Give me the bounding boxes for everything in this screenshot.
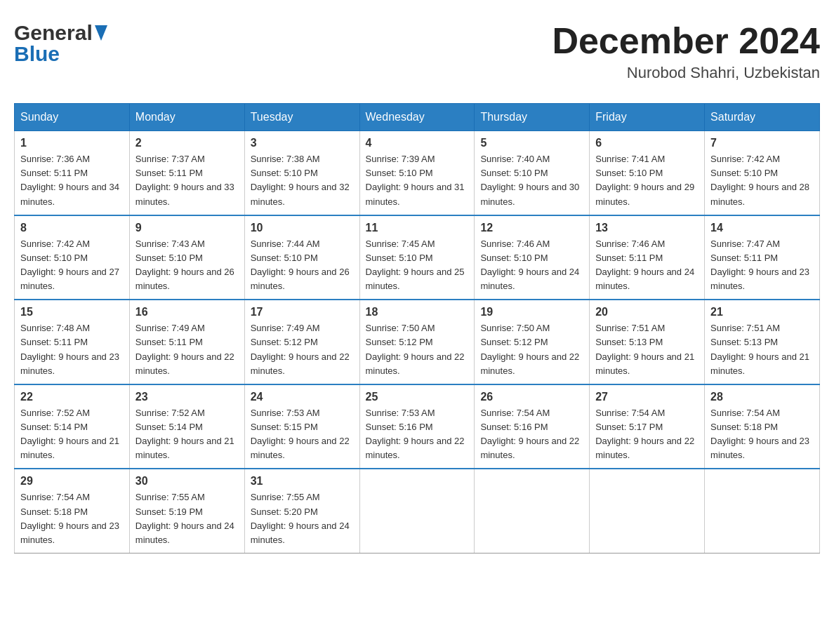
header-tuesday: Tuesday	[244, 104, 359, 131]
sunrise-label: Sunrise: 7:37 AM	[135, 154, 205, 164]
sunset-label: Sunset: 5:15 PM	[251, 422, 318, 432]
daylight-label: Daylight: 9 hours and 28 minutes.	[710, 182, 809, 206]
daylight-label: Daylight: 9 hours and 26 minutes.	[251, 267, 350, 291]
table-row: 29 Sunrise: 7:54 AM Sunset: 5:18 PM Dayl…	[15, 469, 130, 553]
calendar-week-row: 15 Sunrise: 7:48 AM Sunset: 5:11 PM Dayl…	[15, 300, 820, 384]
day-number: 23	[135, 391, 239, 403]
title-section: December 2024 Nurobod Shahri, Uzbekistan	[552, 21, 820, 82]
day-number: 15	[20, 306, 124, 318]
daylight-label: Daylight: 9 hours and 21 minutes.	[135, 436, 234, 460]
table-row	[705, 469, 820, 553]
sunset-label: Sunset: 5:10 PM	[251, 253, 318, 263]
sunrise-label: Sunrise: 7:54 AM	[710, 408, 780, 418]
svg-marker-0	[95, 25, 107, 41]
sunset-label: Sunset: 5:12 PM	[366, 337, 433, 347]
day-number: 20	[595, 306, 699, 318]
daylight-label: Daylight: 9 hours and 26 minutes.	[135, 267, 234, 291]
sunrise-label: Sunrise: 7:39 AM	[366, 154, 435, 164]
sunset-label: Sunset: 5:13 PM	[710, 337, 778, 347]
day-info: Sunrise: 7:45 AM Sunset: 5:10 PM Dayligh…	[366, 237, 469, 294]
sunset-label: Sunset: 5:10 PM	[710, 168, 778, 178]
table-row: 5 Sunrise: 7:40 AM Sunset: 5:10 PM Dayli…	[475, 131, 590, 215]
table-row: 1 Sunrise: 7:36 AM Sunset: 5:11 PM Dayli…	[15, 131, 130, 215]
day-number: 10	[251, 222, 354, 234]
sunrise-label: Sunrise: 7:40 AM	[480, 154, 550, 164]
sunset-label: Sunset: 5:11 PM	[20, 337, 88, 347]
sunrise-label: Sunrise: 7:38 AM	[251, 154, 320, 164]
day-info: Sunrise: 7:43 AM Sunset: 5:10 PM Dayligh…	[135, 237, 239, 294]
header-wednesday: Wednesday	[359, 104, 475, 131]
table-row: 31 Sunrise: 7:55 AM Sunset: 5:20 PM Dayl…	[244, 469, 359, 553]
day-number: 27	[595, 391, 699, 403]
day-info: Sunrise: 7:53 AM Sunset: 5:16 PM Dayligh…	[366, 406, 469, 463]
table-row: 11 Sunrise: 7:45 AM Sunset: 5:10 PM Dayl…	[359, 215, 475, 300]
daylight-label: Daylight: 9 hours and 22 minutes.	[480, 351, 579, 376]
table-row: 30 Sunrise: 7:55 AM Sunset: 5:19 PM Dayl…	[129, 469, 244, 553]
sunrise-label: Sunrise: 7:47 AM	[710, 239, 780, 249]
table-row: 22 Sunrise: 7:52 AM Sunset: 5:14 PM Dayl…	[15, 384, 130, 469]
day-info: Sunrise: 7:42 AM Sunset: 5:10 PM Dayligh…	[710, 152, 814, 209]
day-number: 19	[480, 306, 583, 318]
sunrise-label: Sunrise: 7:46 AM	[480, 239, 550, 249]
daylight-label: Daylight: 9 hours and 30 minutes.	[480, 182, 579, 206]
logo-general-text: General	[14, 21, 93, 45]
sunset-label: Sunset: 5:10 PM	[595, 168, 663, 178]
day-number: 8	[20, 222, 124, 234]
sunset-label: Sunset: 5:11 PM	[135, 168, 203, 178]
sunset-label: Sunset: 5:10 PM	[366, 253, 433, 263]
table-row: 3 Sunrise: 7:38 AM Sunset: 5:10 PM Dayli…	[244, 131, 359, 215]
day-info: Sunrise: 7:54 AM Sunset: 5:16 PM Dayligh…	[480, 406, 583, 463]
day-number: 4	[366, 137, 469, 149]
sunrise-label: Sunrise: 7:53 AM	[251, 408, 320, 418]
daylight-label: Daylight: 9 hours and 24 minutes.	[595, 267, 694, 291]
daylight-label: Daylight: 9 hours and 34 minutes.	[20, 182, 119, 206]
daylight-label: Daylight: 9 hours and 24 minutes.	[251, 521, 350, 545]
daylight-label: Daylight: 9 hours and 22 minutes.	[480, 436, 579, 460]
sunset-label: Sunset: 5:18 PM	[20, 507, 88, 517]
day-info: Sunrise: 7:49 AM Sunset: 5:12 PM Dayligh…	[251, 321, 354, 378]
day-info: Sunrise: 7:48 AM Sunset: 5:11 PM Dayligh…	[20, 321, 124, 378]
sunrise-label: Sunrise: 7:54 AM	[595, 408, 665, 418]
sunrise-label: Sunrise: 7:41 AM	[595, 154, 665, 164]
sunset-label: Sunset: 5:11 PM	[595, 253, 663, 263]
sunrise-label: Sunrise: 7:50 AM	[480, 323, 550, 333]
day-info: Sunrise: 7:49 AM Sunset: 5:11 PM Dayligh…	[135, 321, 239, 378]
daylight-label: Daylight: 9 hours and 22 minutes.	[366, 351, 465, 376]
sunrise-label: Sunrise: 7:46 AM	[595, 239, 665, 249]
day-info: Sunrise: 7:37 AM Sunset: 5:11 PM Dayligh…	[135, 152, 239, 209]
sunrise-label: Sunrise: 7:42 AM	[20, 239, 90, 249]
day-info: Sunrise: 7:52 AM Sunset: 5:14 PM Dayligh…	[20, 406, 124, 463]
day-number: 25	[366, 391, 469, 403]
table-row: 24 Sunrise: 7:53 AM Sunset: 5:15 PM Dayl…	[244, 384, 359, 469]
sunset-label: Sunset: 5:17 PM	[595, 422, 663, 432]
day-info: Sunrise: 7:55 AM Sunset: 5:20 PM Dayligh…	[251, 490, 354, 547]
day-info: Sunrise: 7:44 AM Sunset: 5:10 PM Dayligh…	[251, 237, 354, 294]
table-row: 18 Sunrise: 7:50 AM Sunset: 5:12 PM Dayl…	[359, 300, 475, 384]
table-row: 9 Sunrise: 7:43 AM Sunset: 5:10 PM Dayli…	[129, 215, 244, 300]
sunrise-label: Sunrise: 7:55 AM	[135, 492, 205, 502]
sunrise-label: Sunrise: 7:51 AM	[595, 323, 665, 333]
daylight-label: Daylight: 9 hours and 22 minutes.	[251, 436, 350, 460]
day-info: Sunrise: 7:47 AM Sunset: 5:11 PM Dayligh…	[710, 237, 814, 294]
sunset-label: Sunset: 5:11 PM	[135, 337, 203, 347]
day-number: 28	[710, 391, 814, 403]
weekday-header-row: Sunday Monday Tuesday Wednesday Thursday…	[15, 104, 820, 131]
day-number: 22	[20, 391, 124, 403]
sunrise-label: Sunrise: 7:52 AM	[135, 408, 205, 418]
table-row	[590, 469, 705, 553]
sunset-label: Sunset: 5:13 PM	[595, 337, 663, 347]
table-row	[359, 469, 475, 553]
daylight-label: Daylight: 9 hours and 25 minutes.	[366, 267, 465, 291]
sunrise-label: Sunrise: 7:49 AM	[251, 323, 320, 333]
sunset-label: Sunset: 5:11 PM	[710, 253, 778, 263]
table-row: 16 Sunrise: 7:49 AM Sunset: 5:11 PM Dayl…	[129, 300, 244, 384]
header-thursday: Thursday	[475, 104, 590, 131]
sunrise-label: Sunrise: 7:52 AM	[20, 408, 90, 418]
day-info: Sunrise: 7:46 AM Sunset: 5:11 PM Dayligh…	[595, 237, 699, 294]
header-saturday: Saturday	[705, 104, 820, 131]
day-number: 29	[20, 475, 124, 488]
table-row: 28 Sunrise: 7:54 AM Sunset: 5:18 PM Dayl…	[705, 384, 820, 469]
daylight-label: Daylight: 9 hours and 23 minutes.	[20, 521, 119, 545]
sunset-label: Sunset: 5:10 PM	[480, 253, 548, 263]
daylight-label: Daylight: 9 hours and 32 minutes.	[251, 182, 350, 206]
